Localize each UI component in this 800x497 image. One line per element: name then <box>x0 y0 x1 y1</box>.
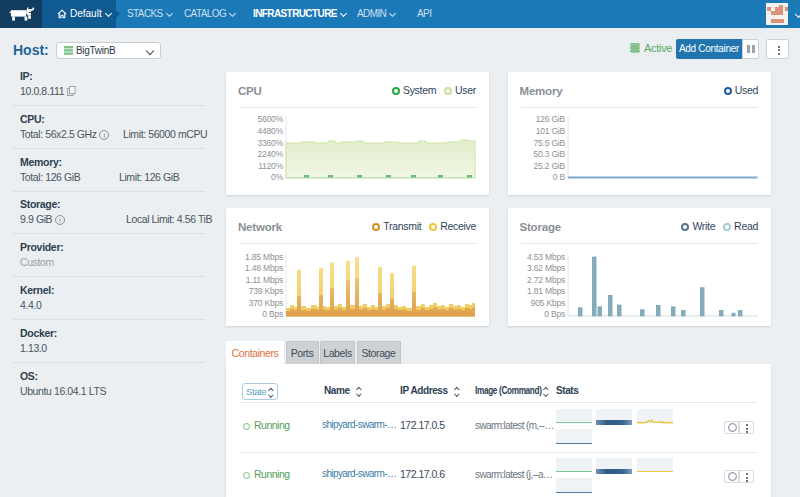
svg-text:1120%: 1120% <box>258 161 283 171</box>
svg-text:0%: 0% <box>271 172 284 182</box>
svg-text:4.53 Mbps: 4.53 Mbps <box>527 252 565 262</box>
svg-text:3.62 Mbps: 3.62 Mbps <box>527 263 565 273</box>
svg-text:1.81 Mbps: 1.81 Mbps <box>527 286 565 296</box>
svg-text:1.48 Mbps: 1.48 Mbps <box>245 263 283 273</box>
svg-text:5600%: 5600% <box>258 114 284 124</box>
svg-text:126 GiB: 126 GiB <box>535 114 565 124</box>
svg-text:2.72 Mbps: 2.72 Mbps <box>527 274 565 284</box>
svg-text:905 Kbps: 905 Kbps <box>530 297 564 307</box>
svg-text:0 B: 0 B <box>552 172 565 182</box>
svg-text:0 Bps: 0 Bps <box>544 309 565 319</box>
svg-text:1.11 Mbps: 1.11 Mbps <box>246 274 283 284</box>
svg-text:25.2 GiB: 25.2 GiB <box>533 161 565 171</box>
svg-text:739 Kbps: 739 Kbps <box>249 286 283 296</box>
svg-text:370 Kbps: 370 Kbps <box>249 297 283 307</box>
svg-text:75.5 GiB: 75.5 GiB <box>533 138 565 148</box>
svg-text:3360%: 3360% <box>258 138 284 148</box>
svg-text:2240%: 2240% <box>258 149 284 159</box>
svg-text:50.3 GiB: 50.3 GiB <box>533 149 565 159</box>
svg-text:1.85 Mbps: 1.85 Mbps <box>245 252 283 262</box>
svg-text:0 Bps: 0 Bps <box>262 309 283 319</box>
svg-text:4480%: 4480% <box>258 126 284 136</box>
svg-text:101 GiB: 101 GiB <box>535 126 565 136</box>
